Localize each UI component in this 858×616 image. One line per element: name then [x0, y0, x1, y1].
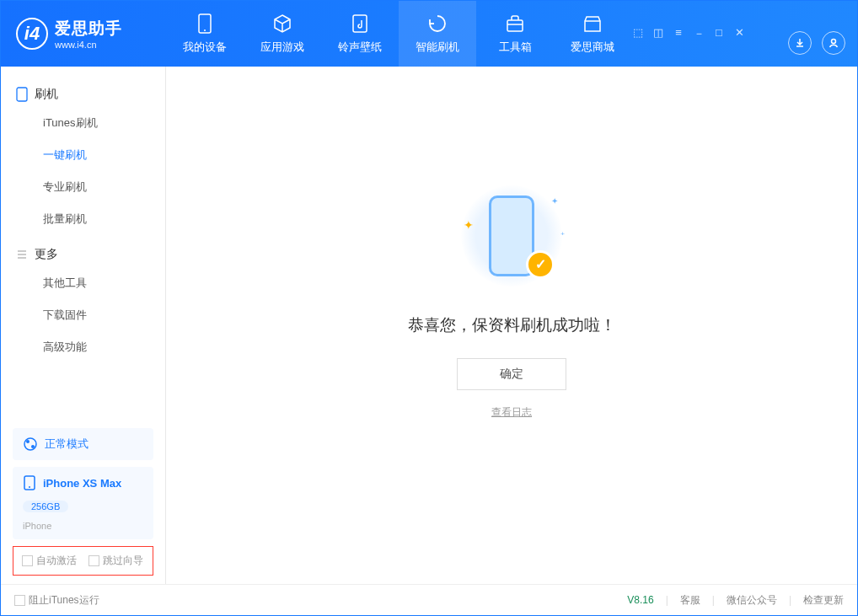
tab-label: 爱思商城	[571, 40, 614, 55]
app-title: 爱思助手	[55, 18, 122, 40]
footer: 阻止iTunes运行 V8.16 | 客服 | 微信公众号 | 检查更新	[1, 584, 857, 615]
checkbox-skip-guide[interactable]: 跳过向导	[88, 554, 143, 568]
tab-label: 应用游戏	[260, 40, 304, 55]
checkbox-auto-activate[interactable]: 自动激活	[22, 554, 77, 568]
window-controls: ⬚ ◫ ≡ － □ ✕	[631, 26, 746, 41]
mode-card[interactable]: 正常模式	[13, 428, 153, 460]
device-card[interactable]: iPhone XS Max 256GB iPhone	[13, 467, 153, 539]
svg-rect-2	[353, 15, 367, 32]
tab-label: 铃声壁纸	[338, 40, 382, 55]
refresh-shield-icon	[426, 13, 448, 35]
device-icon	[194, 13, 216, 35]
list-icon	[16, 249, 28, 260]
mode-icon	[23, 437, 38, 452]
section-title: 更多	[35, 247, 58, 262]
footer-link-update[interactable]: 检查更新	[803, 593, 844, 608]
tab-label: 智能刷机	[416, 40, 459, 55]
logo-icon: i4	[16, 18, 48, 50]
shirt-icon[interactable]: ⬚	[631, 26, 645, 41]
svg-point-7	[26, 440, 29, 443]
device-name: iPhone XS Max	[43, 477, 121, 490]
checkbox-block-itunes[interactable]: 阻止iTunes运行	[14, 593, 99, 608]
tab-smart-flash[interactable]: 智能刷机	[399, 1, 476, 67]
tab-label: 我的设备	[183, 40, 227, 55]
footer-link-support[interactable]: 客服	[680, 593, 700, 608]
view-log-link[interactable]: 查看日志	[491, 405, 532, 420]
tab-label: 工具箱	[499, 40, 532, 55]
success-message: 恭喜您，保资料刷机成功啦！	[408, 314, 616, 336]
sidebar: 刷机 iTunes刷机 一键刷机 专业刷机 批量刷机 更多 其他工具 下载固件 …	[1, 67, 166, 584]
nav-tabs: 我的设备 应用游戏 铃声壁纸 智能刷机 工具箱 爱思商城	[166, 1, 631, 67]
device-icon	[23, 475, 36, 490]
sidebar-item-oneclick-flash[interactable]: 一键刷机	[1, 139, 165, 171]
store-icon	[582, 13, 603, 35]
mode-label: 正常模式	[45, 437, 88, 452]
svg-point-6	[24, 438, 36, 450]
tab-my-device[interactable]: 我的设备	[166, 1, 244, 67]
version-label: V8.16	[627, 594, 653, 606]
svg-point-1	[204, 29, 206, 31]
svg-rect-3	[507, 20, 523, 31]
sidebar-item-itunes-flash[interactable]: iTunes刷机	[1, 107, 165, 139]
sidebar-item-advanced[interactable]: 高级功能	[1, 331, 165, 363]
section-title: 刷机	[35, 87, 58, 102]
menu-icon[interactable]: ≡	[672, 26, 685, 41]
sidebar-item-pro-flash[interactable]: 专业刷机	[1, 171, 165, 203]
svg-point-4	[832, 40, 836, 44]
phone-icon	[16, 87, 28, 102]
logo-area: i4 爱思助手 www.i4.cn	[1, 18, 166, 50]
storage-badge: 256GB	[23, 501, 68, 512]
sidebar-item-other-tools[interactable]: 其他工具	[1, 267, 165, 299]
user-button[interactable]	[822, 31, 845, 55]
app-subtitle: www.i4.cn	[55, 40, 122, 50]
tab-apps-games[interactable]: 应用游戏	[244, 1, 321, 67]
main-content: ✦ ✦ + ✓ 恭喜您，保资料刷机成功啦！ 确定 查看日志	[166, 67, 857, 584]
success-illustration: ✦ ✦ + ✓	[457, 181, 566, 291]
svg-rect-5	[17, 88, 27, 101]
cube-icon	[271, 13, 293, 35]
sparkle-icon: +	[560, 230, 565, 238]
sparkle-icon: ✦	[464, 218, 474, 232]
app-header: i4 爱思助手 www.i4.cn 我的设备 应用游戏 铃声壁纸 智能刷机 工具…	[1, 1, 857, 67]
check-badge-icon: ✓	[526, 250, 555, 279]
minimize-button[interactable]: －	[692, 26, 705, 41]
confirm-button[interactable]: 确定	[457, 358, 566, 390]
device-type: iPhone	[23, 521, 51, 531]
svg-point-8	[31, 445, 35, 448]
tab-store[interactable]: 爱思商城	[554, 1, 631, 67]
sidebar-section-flash: 刷机	[1, 82, 165, 107]
maximize-button[interactable]: □	[712, 26, 726, 41]
lock-icon[interactable]: ◫	[652, 26, 665, 41]
tab-ringtones-wallpaper[interactable]: 铃声壁纸	[321, 1, 399, 67]
toolbox-icon	[504, 13, 526, 35]
download-button[interactable]	[788, 31, 812, 55]
sidebar-item-batch-flash[interactable]: 批量刷机	[1, 203, 165, 235]
music-file-icon	[349, 13, 371, 35]
close-button[interactable]: ✕	[732, 26, 746, 41]
tab-toolbox[interactable]: 工具箱	[476, 1, 554, 67]
footer-link-wechat[interactable]: 微信公众号	[727, 593, 777, 608]
options-highlight-box: 自动激活 跳过向导	[13, 546, 153, 576]
sparkle-icon: ✦	[551, 196, 558, 206]
svg-point-10	[29, 486, 30, 488]
sidebar-item-download-firmware[interactable]: 下载固件	[1, 299, 165, 331]
sidebar-section-more: 更多	[1, 242, 165, 267]
